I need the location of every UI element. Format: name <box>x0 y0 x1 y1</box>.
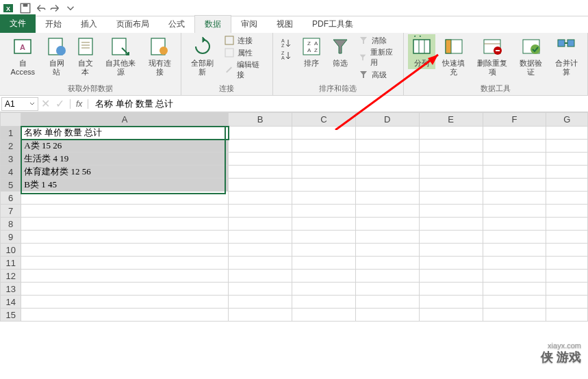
cell-G15[interactable] <box>546 309 588 322</box>
cell-B6[interactable] <box>229 192 292 205</box>
cell-D8[interactable] <box>355 218 419 231</box>
cell-B4[interactable] <box>229 166 292 179</box>
col-header-G[interactable]: G <box>546 113 588 127</box>
cell-C7[interactable] <box>292 205 355 218</box>
cell-E6[interactable] <box>419 192 483 205</box>
clear-filter-button[interactable]: 清除 <box>355 34 399 47</box>
tab-view[interactable]: 视图 <box>267 16 303 33</box>
row-header-14[interactable]: 14 <box>1 296 21 309</box>
cell-E11[interactable] <box>419 257 483 270</box>
cell-E14[interactable] <box>419 296 483 309</box>
tab-file[interactable]: 文件 <box>0 14 36 33</box>
cell-B12[interactable] <box>229 270 292 283</box>
sort-asc-button[interactable]: AZ <box>277 37 296 49</box>
cell-B9[interactable] <box>229 231 292 244</box>
cell-F5[interactable] <box>483 179 546 192</box>
cell-F14[interactable] <box>483 296 546 309</box>
tab-data[interactable]: 数据 <box>194 15 231 33</box>
row-header-1[interactable]: 1 <box>1 127 21 140</box>
from-web-button[interactable]: 自网站 <box>43 34 71 78</box>
cell-B8[interactable] <box>229 218 292 231</box>
cell-D7[interactable] <box>355 205 419 218</box>
cell-G5[interactable] <box>546 179 588 192</box>
cell-D11[interactable] <box>355 257 419 270</box>
cell-E13[interactable] <box>419 283 483 296</box>
cell-B5[interactable] <box>229 179 292 192</box>
flash-fill-button[interactable]: 快速填充 <box>437 34 470 78</box>
cell-D3[interactable] <box>355 153 419 166</box>
tab-insert[interactable]: 插入 <box>71 16 107 33</box>
cell-A3[interactable]: 生活类 4 19 <box>21 153 229 166</box>
cell-C11[interactable] <box>292 257 355 270</box>
cell-A8[interactable] <box>21 218 229 231</box>
cell-E3[interactable] <box>419 153 483 166</box>
from-text-button[interactable]: 自文本 <box>72 34 99 78</box>
cell-C4[interactable] <box>292 166 355 179</box>
cell-B3[interactable] <box>229 153 292 166</box>
row-header-2[interactable]: 2 <box>1 140 21 153</box>
properties-button[interactable]: 属性 <box>221 47 268 59</box>
cell-G9[interactable] <box>546 231 588 244</box>
cell-F7[interactable] <box>483 205 546 218</box>
cell-A15[interactable] <box>21 309 229 322</box>
cell-C2[interactable] <box>292 140 355 153</box>
cell-A2[interactable]: A类 15 26 <box>21 140 229 153</box>
cell-F13[interactable] <box>483 283 546 296</box>
sort-button[interactable]: ZAAZ 排序 <box>298 34 325 69</box>
cell-B15[interactable] <box>229 309 292 322</box>
existing-conn-button[interactable]: 现有连接 <box>142 34 176 78</box>
reapply-button[interactable]: 重新应用 <box>355 47 399 68</box>
save-icon[interactable] <box>19 2 31 14</box>
cell-D1[interactable] <box>355 127 419 140</box>
cell-F4[interactable] <box>483 166 546 179</box>
cell-F8[interactable] <box>483 218 546 231</box>
cell-C5[interactable] <box>292 179 355 192</box>
cell-G10[interactable] <box>546 244 588 257</box>
cell-G6[interactable] <box>546 192 588 205</box>
cell-A12[interactable] <box>21 270 229 283</box>
from-other-button[interactable]: 自其他来源 <box>101 34 142 78</box>
row-header-12[interactable]: 12 <box>1 270 21 283</box>
enter-icon[interactable]: ✓ <box>53 97 67 110</box>
cell-E15[interactable] <box>419 309 483 322</box>
cell-E9[interactable] <box>419 231 483 244</box>
cancel-icon[interactable]: ✕ <box>38 97 53 110</box>
cell-F1[interactable] <box>483 127 546 140</box>
cell-A5[interactable]: B类 1 45 <box>21 179 229 192</box>
redo-icon[interactable] <box>49 2 62 14</box>
cell-A13[interactable] <box>21 283 229 296</box>
cell-G14[interactable] <box>546 296 588 309</box>
cell-G11[interactable] <box>546 257 588 270</box>
edit-links-button[interactable]: 编辑链接 <box>221 59 268 81</box>
name-box[interactable]: A1 <box>1 97 38 111</box>
row-header-15[interactable]: 15 <box>1 309 21 322</box>
refresh-all-button[interactable]: 全部刷新 <box>186 34 220 78</box>
row-header-3[interactable]: 3 <box>1 153 21 166</box>
cell-G1[interactable] <box>546 127 588 140</box>
cell-G7[interactable] <box>546 205 588 218</box>
cell-F15[interactable] <box>483 309 546 322</box>
cell-A14[interactable] <box>21 296 229 309</box>
cell-A6[interactable] <box>21 192 229 205</box>
cell-D4[interactable] <box>355 166 419 179</box>
cell-B1[interactable] <box>229 127 292 140</box>
cell-B10[interactable] <box>229 244 292 257</box>
row-header-5[interactable]: 5 <box>1 179 21 192</box>
tab-layout[interactable]: 页面布局 <box>107 16 159 33</box>
select-all-corner[interactable] <box>1 113 21 127</box>
cell-C8[interactable] <box>292 218 355 231</box>
cell-D14[interactable] <box>355 296 419 309</box>
cell-E12[interactable] <box>419 270 483 283</box>
cell-G4[interactable] <box>546 166 588 179</box>
cell-G13[interactable] <box>546 283 588 296</box>
cell-C13[interactable] <box>292 283 355 296</box>
cell-C10[interactable] <box>292 244 355 257</box>
tab-home[interactable]: 开始 <box>36 16 71 33</box>
cell-D15[interactable] <box>355 309 419 322</box>
advanced-button[interactable]: 高级 <box>355 68 399 81</box>
cell-E7[interactable] <box>419 205 483 218</box>
cell-C6[interactable] <box>292 192 355 205</box>
row-header-6[interactable]: 6 <box>1 192 21 205</box>
consolidate-button[interactable]: 合并计算 <box>550 34 583 78</box>
cell-A4[interactable]: 体育建材类 12 56 <box>21 166 229 179</box>
